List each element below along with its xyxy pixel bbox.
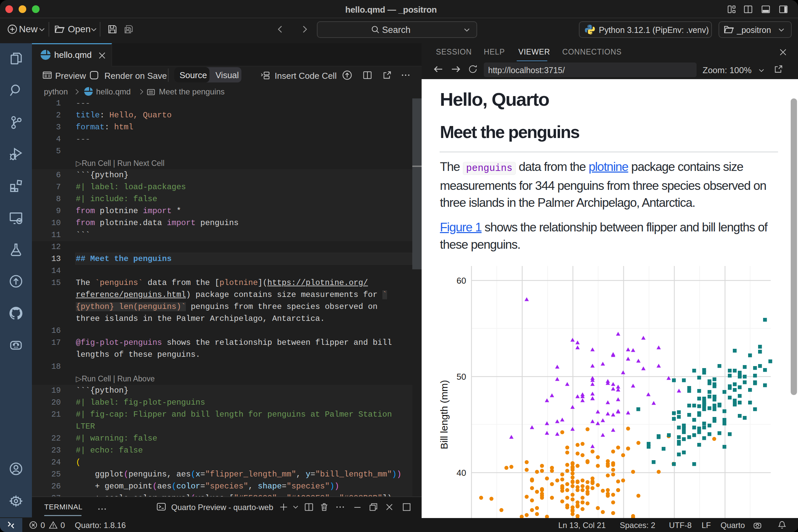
svg-text:Bill length (mm): Bill length (mm) — [439, 380, 450, 449]
svg-text:50: 50 — [457, 372, 466, 382]
svg-text:60: 60 — [457, 276, 466, 286]
svg-text:40: 40 — [457, 468, 466, 478]
